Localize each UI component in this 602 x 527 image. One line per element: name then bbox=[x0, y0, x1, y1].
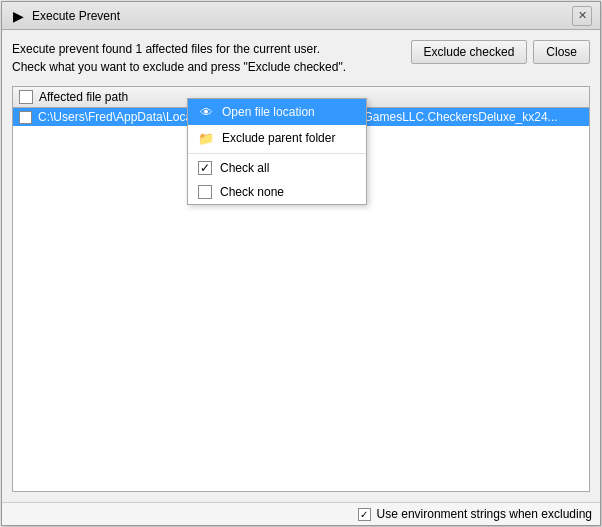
context-menu-item3-label: Check all bbox=[220, 161, 269, 175]
check-none-checkbox bbox=[198, 185, 212, 199]
header-section: Execute prevent found 1 affected files f… bbox=[12, 40, 590, 76]
header-line2: Check what you want to exclude and press… bbox=[12, 58, 346, 76]
window-icon: ▶ bbox=[10, 8, 26, 24]
header-line1: Execute prevent found 1 affected files f… bbox=[12, 40, 346, 58]
window-title: Execute Prevent bbox=[32, 9, 120, 23]
context-menu-item2-label: Exclude parent folder bbox=[222, 131, 335, 145]
window-close-button[interactable]: ✕ bbox=[572, 6, 592, 26]
row-checkbox[interactable] bbox=[19, 111, 32, 124]
context-menu-check-none[interactable]: Check none bbox=[188, 180, 366, 204]
context-menu-open-file-location[interactable]: 👁 Open file location bbox=[188, 99, 366, 125]
footer: ✓ Use environment strings when excluding bbox=[2, 502, 600, 525]
header-buttons: Exclude checked Close bbox=[411, 40, 590, 64]
column-header-label: Affected file path bbox=[39, 90, 128, 104]
column-checkbox[interactable] bbox=[19, 90, 33, 104]
footer-label: Use environment strings when excluding bbox=[377, 507, 592, 521]
title-bar: ▶ Execute Prevent ✕ bbox=[2, 2, 600, 30]
content-area: Execute prevent found 1 affected files f… bbox=[2, 30, 600, 502]
context-menu-item4-label: Check none bbox=[220, 185, 284, 199]
context-menu-item1-label: Open file location bbox=[222, 105, 315, 119]
open-file-location-icon: 👁 bbox=[198, 104, 214, 120]
exclude-checked-button[interactable]: Exclude checked bbox=[411, 40, 528, 64]
context-menu-exclude-parent-folder[interactable]: 📁 Exclude parent folder bbox=[188, 125, 366, 151]
footer-checkbox[interactable]: ✓ bbox=[358, 508, 371, 521]
title-bar-left: ▶ Execute Prevent bbox=[10, 8, 120, 24]
context-menu-check-all[interactable]: ✓ Check all bbox=[188, 156, 366, 180]
menu-separator bbox=[188, 153, 366, 154]
check-all-checkbox: ✓ bbox=[198, 161, 212, 175]
header-text: Execute prevent found 1 affected files f… bbox=[12, 40, 346, 76]
exclude-parent-folder-icon: 📁 bbox=[198, 130, 214, 146]
close-button[interactable]: Close bbox=[533, 40, 590, 64]
context-menu: 👁 Open file location 📁 Exclude parent fo… bbox=[187, 98, 367, 205]
execute-prevent-window: ▶ Execute Prevent ✕ Execute prevent foun… bbox=[1, 1, 601, 526]
